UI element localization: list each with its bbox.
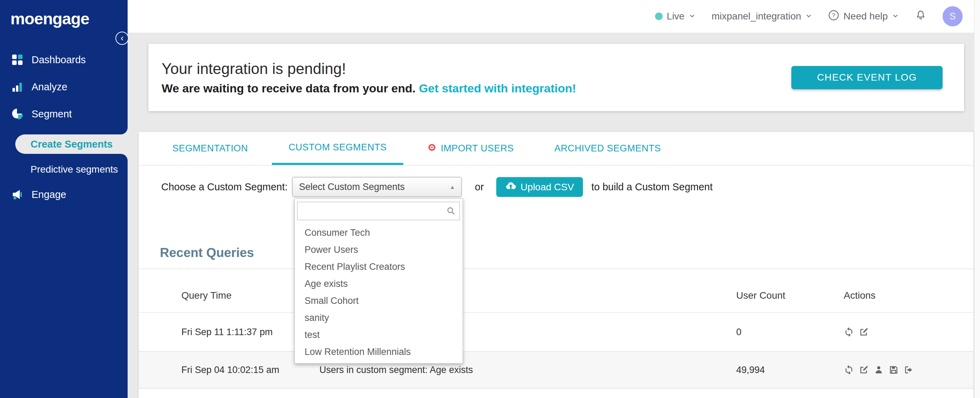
tab-archived-segments[interactable]: ARCHIVED SEGMENTS [538, 132, 678, 165]
dropdown-option[interactable]: Power Users [295, 241, 463, 258]
rounded-corner [15, 154, 127, 161]
user-count: 49,994 [736, 364, 844, 376]
export-icon[interactable] [904, 364, 914, 375]
banner-text: Your integration is pending! We are wait… [162, 60, 576, 95]
chooser-label: Choose a Custom Segment: [161, 181, 288, 193]
tab-custom-segments[interactable]: CUSTOM SEGMENTS [272, 132, 403, 165]
suffix-text: to build a Custom Segment [591, 181, 713, 193]
segment-dropdown-panel: Consumer TechPower UsersRecent Playlist … [294, 198, 463, 364]
help-label: Need help [843, 11, 888, 22]
dropdown-option[interactable]: Small Cohort [295, 293, 463, 309]
sidebar-menu: Dashboards Analyze Segment Create Segmen… [0, 46, 127, 208]
save-icon[interactable] [888, 364, 899, 375]
project-dropdown[interactable]: mixpanel_integration [711, 11, 812, 22]
target-icon [427, 143, 437, 155]
tab-segmentation[interactable]: SEGMENTATION [156, 132, 265, 165]
upload-csv-button[interactable]: Upload CSV [496, 177, 583, 197]
help-dropdown[interactable]: ? Need help [828, 10, 899, 23]
table-header-row: Query Time User Count Actions [139, 269, 974, 313]
sidebar-item-create-segments[interactable]: Create Segments [15, 134, 127, 154]
segment-icon [11, 108, 23, 120]
edit-icon[interactable] [859, 327, 869, 337]
refresh-icon[interactable] [844, 364, 854, 375]
chevron-down-icon [892, 11, 899, 22]
query-time: Fri Sep 04 10:02:15 am [181, 364, 320, 376]
moengage-app: moengage Dashboards Analyze Segment [0, 0, 980, 398]
live-dot-icon [655, 13, 663, 20]
recent-queries-title: Recent Queries [139, 246, 974, 260]
analyze-icon [11, 81, 23, 93]
notifications-button[interactable] [915, 10, 927, 24]
select-value: Select Custom Segments [299, 182, 405, 192]
sidebar: moengage Dashboards Analyze Segment [0, 0, 127, 398]
dropdown-option[interactable]: Age exists [295, 275, 463, 293]
caret-up-icon: ▲ [449, 184, 455, 190]
topbar: Live mixpanel_integration ? Need help S [127, 0, 980, 33]
sidebar-item-predictive-segments[interactable]: Predictive segments [0, 161, 127, 178]
tab-bar: SEGMENTATION CUSTOM SEGMENTS IMPORT USER… [139, 132, 974, 166]
col-actions: Actions [844, 290, 974, 301]
dropdown-option[interactable]: Recent Playlist Creators [295, 258, 463, 275]
get-started-link[interactable]: Get started with integration! [419, 82, 576, 95]
sidebar-item-label: Analyze [32, 81, 67, 93]
sidebar-item-label: Engage [32, 189, 66, 200]
segment-chooser-row: Choose a Custom Segment: Select Custom S… [139, 166, 974, 197]
sidebar-item-engage[interactable]: Engage [0, 181, 127, 208]
sidebar-collapse-button[interactable]: ‹ [116, 32, 129, 45]
bell-icon [915, 10, 927, 24]
dropdown-option[interactable]: Consumer Tech [295, 224, 463, 241]
sidebar-item-dashboards[interactable]: Dashboards [0, 46, 127, 73]
user-count: 0 [736, 327, 844, 337]
or-text: or [475, 181, 484, 193]
sidebar-item-label: Create Segments [30, 139, 113, 150]
query-description: Users in custom segment: Age exists [320, 364, 736, 376]
check-event-log-button[interactable]: CHECK EVENT LOG [791, 66, 943, 89]
table-row: Fri Sep 11 1:11:37 pm 0 [139, 313, 974, 352]
question-circle-icon: ? [828, 10, 839, 23]
col-user-count: User Count [736, 290, 844, 301]
svg-text:?: ? [832, 12, 835, 18]
chevron-down-icon [805, 11, 812, 22]
sidebar-item-label: Predictive segments [30, 164, 118, 175]
environment-dropdown[interactable]: Live [655, 11, 696, 22]
dashboards-icon [11, 54, 23, 66]
tab-import-users[interactable]: IMPORT USERS [410, 132, 531, 165]
row-actions [844, 364, 974, 375]
dropdown-options: Consumer TechPower UsersRecent Playlist … [295, 224, 463, 361]
engage-icon [11, 189, 23, 200]
search-input[interactable] [297, 202, 460, 220]
user-icon[interactable] [873, 364, 884, 375]
dropdown-search [297, 202, 460, 220]
project-name: mixpanel_integration [711, 11, 801, 22]
cloud-upload-icon [505, 180, 516, 194]
dropdown-option[interactable]: test [295, 326, 463, 344]
dropdown-option[interactable]: sanity [295, 309, 463, 326]
sidebar-item-label: Segment [32, 109, 72, 120]
sidebar-item-analyze[interactable]: Analyze [0, 73, 127, 101]
sidebar-item-label: Dashboards [32, 54, 86, 66]
integration-banner: Your integration is pending! We are wait… [148, 44, 964, 111]
scrollbar[interactable] [974, 0, 980, 398]
banner-title: Your integration is pending! [162, 60, 576, 77]
chevron-down-icon [689, 11, 696, 22]
search-icon [446, 206, 456, 218]
edit-icon[interactable] [859, 364, 869, 375]
user-avatar[interactable]: S [943, 6, 963, 26]
row-actions [844, 327, 974, 337]
environment-label: Live [667, 11, 684, 22]
rounded-corner [15, 128, 127, 134]
moengage-logo: moengage [0, 0, 127, 28]
custom-segment-select-wrap: Select Custom Segments ▲ Consumer TechPo… [292, 177, 461, 197]
banner-subtitle: We are waiting to receive data from your… [162, 82, 576, 95]
segments-card: SEGMENTATION CUSTOM SEGMENTS IMPORT USER… [139, 132, 974, 398]
custom-segment-select[interactable]: Select Custom Segments ▲ [292, 177, 461, 197]
refresh-icon[interactable] [844, 327, 854, 337]
sidebar-item-segment[interactable]: Segment [0, 101, 127, 128]
avatar-initial: S [950, 11, 956, 22]
dropdown-option[interactable]: Low Retention Millennials [295, 344, 463, 361]
table-row: Fri Sep 04 10:02:15 am Users in custom s… [139, 352, 974, 388]
